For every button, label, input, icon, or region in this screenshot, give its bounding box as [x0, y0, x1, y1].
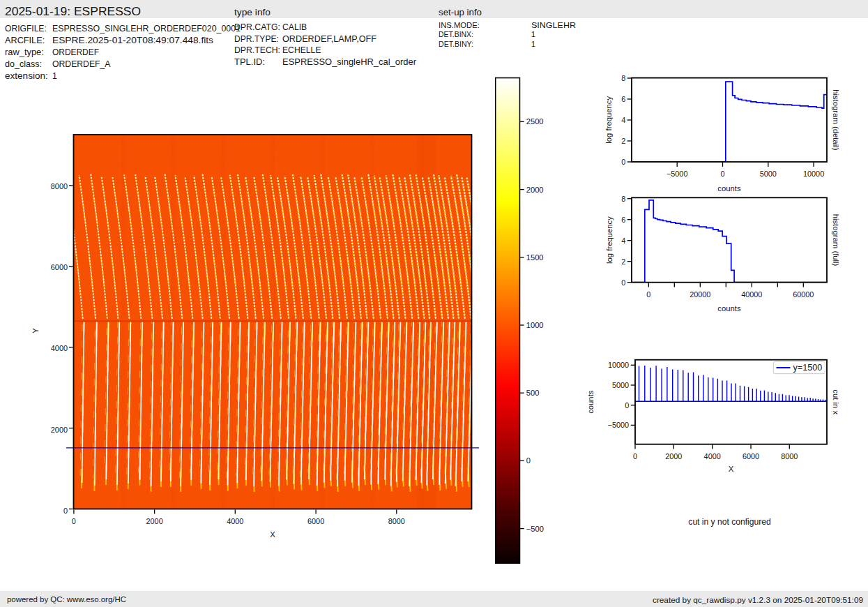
svg-text:6000: 6000: [307, 517, 324, 525]
svg-text:X: X: [729, 465, 734, 473]
svg-text:2: 2: [621, 137, 625, 145]
svg-text:500: 500: [526, 389, 540, 397]
svg-text:powered by QC: www.eso.org/HC: powered by QC: www.eso.org/HC: [7, 595, 126, 604]
svg-text:4: 4: [621, 237, 625, 245]
svg-text:0: 0: [621, 278, 625, 287]
svg-text:8: 8: [621, 74, 625, 82]
svg-text:DPR.TECH:: DPR.TECH:: [234, 45, 280, 55]
svg-text:ORIGFILE:: ORIGFILE:: [5, 24, 47, 33]
svg-text:ORDERDEF_A: ORDERDEF_A: [52, 59, 111, 69]
svg-text:type info: type info: [234, 8, 271, 17]
svg-text:log frequency: log frequency: [605, 96, 614, 144]
svg-text:20000: 20000: [690, 290, 710, 299]
svg-text:ESPRE.2025-01-20T08:49:07.448.: ESPRE.2025-01-20T08:49:07.448.fits: [52, 36, 213, 45]
svg-text:histogram (detail): histogram (detail): [832, 89, 840, 151]
svg-text:ORDERDEF,LAMP,OFF: ORDERDEF,LAMP,OFF: [282, 34, 376, 44]
svg-text:8000: 8000: [781, 452, 798, 460]
svg-text:TPL.ID:: TPL.ID:: [234, 57, 265, 67]
svg-text:0: 0: [526, 456, 531, 465]
svg-text:8000: 8000: [51, 182, 68, 190]
svg-text:5000: 5000: [760, 170, 777, 178]
svg-text:INS.MODE:: INS.MODE:: [439, 21, 480, 29]
svg-text:cut in y not configured: cut in y not configured: [688, 517, 770, 527]
svg-text:6: 6: [621, 95, 625, 103]
svg-text:CALIB: CALIB: [282, 22, 307, 32]
svg-text:4000: 4000: [51, 344, 68, 352]
svg-text:0: 0: [63, 507, 68, 515]
svg-text:2025-01-19: ESPRESSO: 2025-01-19: ESPRESSO: [5, 6, 141, 17]
svg-text:set-up info: set-up info: [439, 8, 482, 17]
svg-text:2000: 2000: [51, 426, 68, 434]
svg-text:2: 2: [621, 257, 625, 266]
svg-text:histogram (full): histogram (full): [832, 214, 840, 267]
svg-text:0: 0: [646, 290, 650, 299]
svg-text:extension:: extension:: [5, 71, 48, 81]
svg-text:y=1500: y=1500: [793, 363, 823, 373]
svg-text:ESPRESSO_SINGLEHR_ORDERDEF020_: ESPRESSO_SINGLEHR_ORDERDEF020_0001: [52, 24, 241, 33]
svg-text:cut in x: cut in x: [832, 389, 840, 414]
svg-text:60000: 60000: [793, 290, 814, 299]
svg-text:do_class:: do_class:: [5, 59, 42, 69]
svg-text:−5000: −5000: [667, 170, 688, 178]
svg-text:counts: counts: [587, 390, 595, 414]
svg-text:10000: 10000: [608, 361, 629, 369]
svg-text:6: 6: [621, 216, 625, 224]
svg-text:SINGLEHR: SINGLEHR: [531, 21, 576, 29]
svg-text:counts: counts: [717, 184, 741, 193]
svg-text:8: 8: [621, 195, 625, 203]
svg-text:2500: 2500: [526, 117, 544, 126]
svg-text:ESPRESSO_singleHR_cal_order: ESPRESSO_singleHR_cal_order: [282, 57, 416, 67]
svg-text:log frequency: log frequency: [605, 216, 614, 264]
svg-text:2000: 2000: [146, 517, 162, 525]
svg-text:0: 0: [72, 517, 76, 525]
svg-text:X: X: [270, 530, 275, 539]
svg-text:DET.BINX:: DET.BINX:: [439, 30, 473, 38]
svg-text:4000: 4000: [704, 452, 721, 460]
svg-text:2000: 2000: [665, 452, 682, 460]
svg-text:0: 0: [621, 158, 625, 166]
svg-text:counts: counts: [717, 304, 741, 313]
svg-text:DPR.TYPE:: DPR.TYPE:: [234, 34, 279, 44]
svg-text:1: 1: [531, 30, 535, 38]
svg-text:40000: 40000: [741, 290, 762, 299]
svg-text:0: 0: [720, 170, 724, 178]
svg-text:10000: 10000: [803, 170, 824, 178]
svg-text:4000: 4000: [227, 517, 243, 525]
svg-text:5000: 5000: [612, 381, 629, 389]
svg-text:Y: Y: [31, 328, 40, 334]
svg-text:1000: 1000: [526, 321, 544, 329]
svg-text:ARCFILE:: ARCFILE:: [5, 36, 45, 45]
svg-text:−500: −500: [526, 525, 544, 533]
svg-text:ORDERDEF: ORDERDEF: [52, 47, 99, 57]
svg-text:0: 0: [633, 452, 637, 460]
svg-text:2000: 2000: [526, 186, 544, 194]
svg-text:ECHELLE: ECHELLE: [282, 45, 321, 55]
svg-text:created by qc_rawdisp.py v1.2.: created by qc_rawdisp.py v1.2.3 on 2025-…: [653, 596, 863, 604]
svg-text:1500: 1500: [526, 253, 544, 262]
svg-text:4: 4: [621, 116, 625, 124]
svg-text:1: 1: [531, 40, 535, 48]
svg-text:DET.BINY:: DET.BINY:: [439, 40, 473, 48]
svg-text:−5000: −5000: [608, 421, 630, 429]
svg-text:8000: 8000: [388, 517, 405, 525]
svg-text:DPR.CATG:: DPR.CATG:: [234, 22, 280, 32]
svg-text:0: 0: [625, 401, 629, 410]
svg-text:raw_type:: raw_type:: [5, 47, 44, 57]
svg-text:1: 1: [52, 71, 57, 81]
svg-text:6000: 6000: [743, 452, 759, 460]
svg-text:6000: 6000: [51, 263, 68, 271]
